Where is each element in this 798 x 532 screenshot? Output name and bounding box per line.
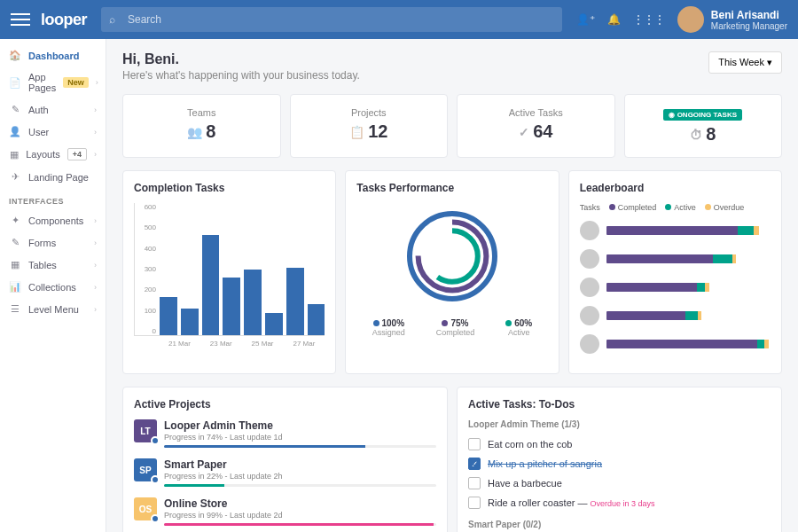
card-title: Active Tasks: To-Dos (468, 398, 771, 411)
todo-text: Ride a roller coaster — Overdue in 3 day… (488, 497, 655, 508)
stat-card[interactable]: ◉ ONGOING TASKS⏱8 (624, 94, 783, 158)
date-range-button[interactable]: This Week ▾ (708, 51, 782, 74)
stat-icon: ⏱ (690, 128, 702, 142)
todo-item[interactable]: ✓Mix up a pitcher of sangria (468, 454, 771, 473)
todo-group-label: Looper Admin Theme (1/3) (468, 419, 771, 429)
chart-bar (160, 297, 177, 335)
nav-icon: 👤 (9, 126, 21, 137)
todo-text: Eat corn on the cob (488, 439, 572, 450)
chevron-right-icon: › (96, 78, 98, 87)
leader-avatar (580, 278, 599, 297)
sidebar-item-dashboard[interactable]: 🏠Dashboard (0, 44, 106, 66)
card-title: Completion Tasks (134, 182, 325, 194)
nav-label: User (28, 127, 87, 137)
project-name: Online Store (164, 497, 436, 510)
stat-value: ⏱8 (638, 124, 770, 145)
add-user-icon[interactable]: 👤⁺ (576, 13, 595, 26)
card-title: Leaderboard (580, 182, 771, 194)
sidebar-section-label: INTERFACES (0, 188, 106, 209)
project-name: Looper Admin Theme (164, 419, 436, 432)
todo-item[interactable]: Eat corn on the cob (468, 434, 771, 454)
user-menu[interactable]: Beni Arisandi Marketing Manager (677, 6, 787, 33)
search-container: ⌕ (101, 7, 562, 32)
chevron-right-icon: › (94, 239, 97, 247)
sidebar-item-tables[interactable]: ▦Tables› (0, 254, 106, 276)
chart-bar (308, 304, 325, 335)
leader-avatar (580, 249, 599, 269)
nav-label: Auth (28, 105, 87, 115)
sidebar-item-user[interactable]: 👤User› (0, 121, 106, 143)
leader-bar (606, 340, 771, 348)
stat-label: Projects (303, 107, 435, 118)
top-header: looper ⌕ 👤⁺ 🔔 ⋮⋮⋮ Beni Arisandi Marketin… (0, 0, 798, 39)
project-progress (164, 445, 436, 448)
avatar (677, 6, 704, 33)
search-input[interactable] (101, 7, 562, 32)
sidebar-item-auth[interactable]: ✎Auth› (0, 98, 106, 121)
sidebar: 🏠Dashboard📄App PagesNew›✎Auth›👤User›▦Lay… (0, 39, 106, 532)
nav-label: Dashboard (28, 51, 97, 61)
stat-card[interactable]: Projects📋12 (290, 94, 449, 158)
donut-chart (390, 203, 514, 309)
sidebar-item-components[interactable]: ✦Components› (0, 209, 106, 231)
apps-icon[interactable]: ⋮⋮⋮ (633, 13, 665, 26)
sidebar-item-app-pages[interactable]: 📄App PagesNew› (0, 66, 106, 98)
project-meta: Progress in 22% - Last update 2h (164, 472, 436, 481)
stat-label: Teams (136, 107, 268, 118)
nav-label: Layouts (26, 149, 60, 160)
completion-tasks-card: Completion Tasks 6005004003002001000 21 … (122, 170, 336, 374)
card-title: Active Projects (134, 398, 436, 411)
todo-item[interactable]: Have a barbecue (468, 473, 771, 493)
chevron-right-icon: › (94, 216, 97, 225)
page-subtitle: Here's what's happening with your busine… (122, 69, 360, 82)
project-name: Smart Paper (164, 458, 436, 471)
todo-checkbox[interactable] (468, 438, 481, 450)
search-icon: ⌕ (109, 13, 115, 26)
project-progress (164, 484, 436, 487)
project-item[interactable]: LTLooper Admin ThemeProgress in 74% - La… (134, 419, 436, 448)
leader-bar (606, 283, 771, 292)
sidebar-item-landing-page[interactable]: ✈Landing Page (0, 166, 106, 188)
ongoing-badge: ◉ ONGOING TASKS (663, 109, 742, 121)
sidebar-item-layouts[interactable]: ▦Layouts+4› (0, 143, 106, 166)
stat-icon: ✓ (519, 125, 529, 139)
project-meta: Progress in 74% - Last update 1d (164, 433, 436, 442)
sidebar-item-collections[interactable]: 📊Collections› (0, 276, 106, 298)
nav-icon: ✎ (9, 104, 21, 115)
project-item[interactable]: SPSmart PaperProgress in 22% - Last upda… (134, 458, 436, 487)
user-role: Marketing Manager (711, 21, 787, 31)
nav-icon: ▦ (9, 149, 19, 160)
todo-checkbox[interactable] (468, 477, 481, 489)
menu-toggle[interactable] (11, 10, 30, 29)
nav-label: Collections (28, 282, 87, 293)
nav-label: Forms (28, 238, 87, 248)
leaderboard-row (580, 278, 771, 297)
active-tasks-card: Active Tasks: To-Dos Looper Admin Theme … (457, 387, 782, 532)
project-item[interactable]: OSOnline StoreProgress in 99% - Last upd… (134, 497, 436, 526)
nav-icon: ✈ (9, 171, 21, 183)
chevron-right-icon: › (94, 106, 97, 114)
chevron-right-icon: › (94, 283, 97, 292)
leader-avatar (580, 221, 599, 240)
nav-icon: ☰ (9, 303, 21, 315)
nav-icon: ▦ (9, 259, 21, 270)
legend-item: 60%Active (505, 318, 532, 337)
stat-card[interactable]: Teams👥8 (122, 94, 281, 158)
todo-item[interactable]: Ride a roller coaster — Overdue in 3 day… (468, 493, 771, 512)
nav-label: App Pages (28, 72, 56, 93)
sidebar-item-forms[interactable]: ✎Forms› (0, 231, 106, 254)
legend-item: 75%Completed (436, 318, 475, 337)
leaderboard-row (580, 221, 771, 240)
tasks-performance-card: Tasks Performance 100%Assigned75%Complet… (345, 170, 559, 374)
chart-bar (181, 309, 199, 335)
stat-card[interactable]: Active Tasks✓64 (457, 94, 615, 158)
nav-icon: ✎ (9, 237, 21, 248)
todo-checkbox[interactable]: ✓ (468, 458, 481, 470)
notifications-icon[interactable]: 🔔 (607, 13, 621, 26)
chart-bar (286, 268, 304, 335)
chevron-right-icon: › (94, 261, 97, 270)
todo-checkbox[interactable] (468, 497, 481, 509)
sidebar-item-level-menu[interactable]: ☰Level Menu› (0, 298, 106, 320)
chevron-right-icon: › (94, 128, 97, 137)
nav-icon: 📄 (9, 77, 21, 89)
